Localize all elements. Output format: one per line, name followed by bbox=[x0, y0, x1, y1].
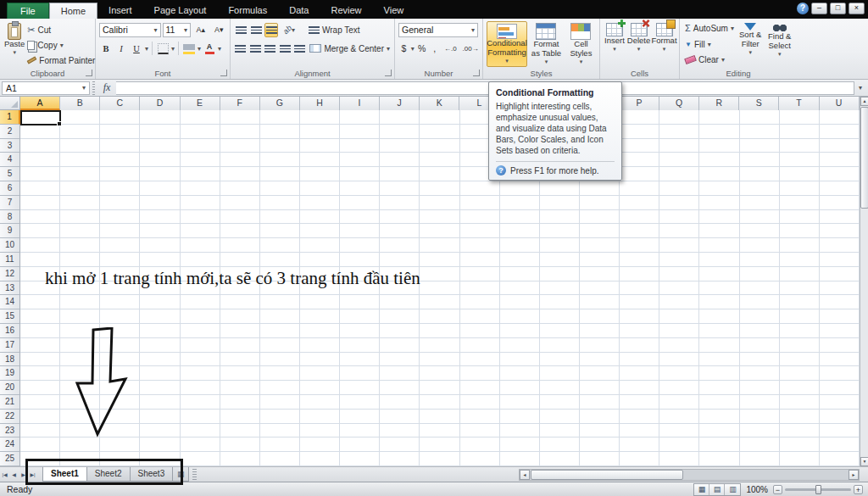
tab-split-handle[interactable] bbox=[192, 469, 197, 481]
column-header-F[interactable]: F bbox=[220, 97, 260, 110]
column-header-D[interactable]: D bbox=[140, 97, 180, 110]
tab-view[interactable]: View bbox=[373, 3, 415, 19]
sheet-tab-sheet2[interactable]: Sheet2 bbox=[86, 467, 131, 482]
cell-styles-button[interactable]: Cell Styles ▾ bbox=[565, 21, 597, 67]
align-right-button[interactable] bbox=[264, 42, 276, 56]
fill-color-button[interactable] bbox=[182, 42, 196, 56]
number-format-combo[interactable]: General▾ bbox=[398, 23, 478, 37]
zoom-out-icon[interactable]: − bbox=[773, 485, 782, 494]
active-cell-selection[interactable] bbox=[20, 110, 61, 125]
align-center-button[interactable] bbox=[248, 42, 261, 56]
row-header-24[interactable]: 24 bbox=[0, 437, 20, 452]
tab-file[interactable]: File bbox=[7, 3, 49, 19]
grow-font-button[interactable]: A▴ bbox=[192, 23, 209, 37]
align-top-button[interactable] bbox=[234, 23, 248, 37]
name-box[interactable]: A1▾ bbox=[2, 81, 90, 95]
format-cells-button[interactable]: Format ▾ bbox=[652, 21, 676, 67]
paste-button[interactable]: Paste ▾ bbox=[3, 21, 25, 67]
column-header-A[interactable]: A bbox=[20, 97, 60, 110]
row-header-2[interactable]: 2 bbox=[0, 125, 20, 139]
row-header-5[interactable]: 5 bbox=[0, 167, 20, 181]
cut-button[interactable]: ✂Cut bbox=[25, 23, 97, 36]
row-header-25[interactable]: 25 bbox=[0, 452, 20, 466]
close-button[interactable]: × bbox=[849, 3, 865, 14]
row-header-23[interactable]: 23 bbox=[0, 424, 20, 438]
row-header-20[interactable]: 20 bbox=[0, 381, 20, 395]
zoom-thumb[interactable] bbox=[815, 485, 821, 494]
row-header-16[interactable]: 16 bbox=[0, 324, 20, 338]
row-header-14[interactable]: 14 bbox=[0, 295, 20, 309]
italic-button[interactable]: I bbox=[114, 42, 128, 56]
fill-button[interactable]: ▼Fill▾ bbox=[683, 37, 736, 52]
expand-formula-bar-icon[interactable]: ▾ bbox=[854, 81, 866, 95]
zoom-track[interactable] bbox=[785, 488, 851, 491]
row-header-21[interactable]: 21 bbox=[0, 395, 20, 410]
borders-dropdown-icon[interactable]: ▾ bbox=[171, 45, 175, 53]
sheet-tab-sheet3[interactable]: Sheet3 bbox=[130, 467, 174, 482]
row-header-10[interactable]: 10 bbox=[0, 238, 20, 253]
tab-home[interactable]: Home bbox=[49, 3, 97, 19]
increase-decimal-button[interactable]: ←.0 bbox=[442, 42, 460, 56]
underline-button[interactable]: U bbox=[130, 42, 143, 56]
first-sheet-icon[interactable]: |◀ bbox=[0, 469, 9, 481]
scroll-down-icon[interactable]: ▼ bbox=[860, 457, 868, 466]
row-header-15[interactable]: 15 bbox=[0, 309, 20, 324]
next-sheet-icon[interactable]: ▶ bbox=[19, 469, 28, 481]
name-box-separator[interactable] bbox=[92, 81, 95, 95]
currency-dropdown-icon[interactable]: ▾ bbox=[411, 45, 415, 53]
column-header-H[interactable]: H bbox=[300, 97, 340, 110]
find-select-button[interactable]: Find & Select ▾ bbox=[765, 21, 794, 67]
scroll-up-icon[interactable]: ▲ bbox=[860, 97, 868, 106]
horizontal-scrollbar-thumb[interactable] bbox=[531, 470, 683, 480]
percent-format-button[interactable]: % bbox=[416, 42, 428, 56]
horizontal-scrollbar[interactable]: ◄ ► bbox=[519, 469, 860, 481]
decrease-indent-button[interactable] bbox=[278, 42, 291, 56]
format-as-table-button[interactable]: Format as Table ▾ bbox=[529, 21, 564, 67]
font-color-button[interactable]: A bbox=[203, 42, 216, 56]
borders-button[interactable] bbox=[156, 42, 170, 56]
page-layout-view-icon[interactable]: ▤ bbox=[709, 484, 725, 495]
sort-filter-button[interactable]: Sort & Filter ▾ bbox=[736, 21, 765, 67]
alignment-dialog-launcher[interactable] bbox=[385, 70, 392, 76]
align-bottom-button[interactable] bbox=[264, 23, 278, 37]
wrap-text-button[interactable]: Wrap Text bbox=[307, 23, 362, 37]
orientation-button[interactable]: ab▾ bbox=[280, 23, 298, 37]
scroll-right-icon[interactable]: ► bbox=[849, 470, 859, 480]
column-header-G[interactable]: G bbox=[260, 97, 300, 110]
tab-review[interactable]: Review bbox=[320, 3, 372, 19]
minimize-button[interactable]: – bbox=[811, 3, 827, 14]
column-header-B[interactable]: B bbox=[60, 97, 100, 110]
row-header-7[interactable]: 7 bbox=[0, 196, 20, 210]
copy-button[interactable]: Copy▾ bbox=[25, 38, 97, 52]
column-header-T[interactable]: T bbox=[779, 97, 819, 110]
tab-data[interactable]: Data bbox=[278, 3, 320, 19]
page-break-view-icon[interactable]: ▥ bbox=[725, 484, 740, 495]
help-icon[interactable]: ? bbox=[797, 3, 809, 14]
comma-format-button[interactable]: , bbox=[430, 42, 440, 56]
row-header-1[interactable]: 1 bbox=[0, 110, 20, 125]
font-name-combo[interactable]: Calibri▾ bbox=[99, 23, 161, 37]
tab-insert[interactable]: Insert bbox=[97, 3, 143, 19]
normal-view-icon[interactable]: ▦ bbox=[694, 484, 709, 495]
column-header-U[interactable]: U bbox=[820, 97, 860, 110]
clear-button[interactable]: Clear▾ bbox=[683, 53, 736, 67]
zoom-level[interactable]: 100% bbox=[746, 485, 768, 494]
increase-indent-button[interactable] bbox=[293, 42, 306, 56]
decrease-decimal-button[interactable]: .00→ bbox=[461, 42, 480, 56]
vertical-scrollbar-thumb[interactable] bbox=[860, 107, 868, 209]
number-dialog-launcher[interactable] bbox=[473, 70, 480, 76]
previous-sheet-icon[interactable]: ◀ bbox=[9, 469, 19, 481]
underline-dropdown-icon[interactable]: ▾ bbox=[145, 45, 148, 53]
row-header-18[interactable]: 18 bbox=[0, 353, 20, 367]
row-header-6[interactable]: 6 bbox=[0, 181, 20, 196]
last-sheet-icon[interactable]: ▶| bbox=[28, 469, 37, 481]
column-header-E[interactable]: E bbox=[181, 97, 220, 110]
tab-page-layout[interactable]: Page Layout bbox=[143, 3, 218, 19]
column-header-P[interactable]: P bbox=[620, 97, 659, 110]
align-left-button[interactable] bbox=[234, 42, 247, 56]
row-header-4[interactable]: 4 bbox=[0, 153, 20, 167]
font-size-combo[interactable]: 11▾ bbox=[163, 23, 191, 37]
row-header-13[interactable]: 13 bbox=[0, 281, 20, 296]
row-header-12[interactable]: 12 bbox=[0, 267, 20, 281]
row-header-22[interactable]: 22 bbox=[0, 410, 20, 424]
